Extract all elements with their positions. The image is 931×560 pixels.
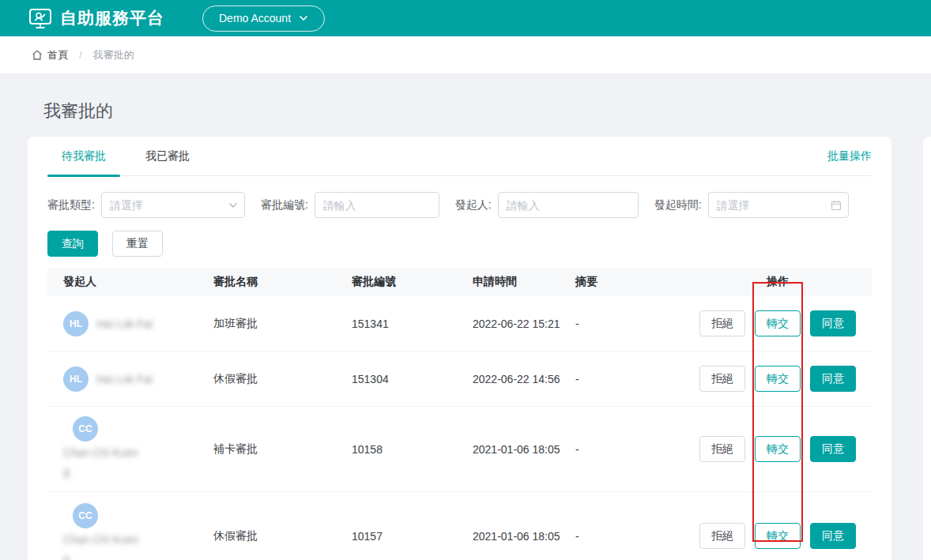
approvals-card: 待我審批 我已審批 批量操作 審批類型: 審批編號: 發起人: 發起時間: bbox=[28, 137, 891, 560]
app-logo-icon bbox=[28, 8, 52, 29]
approval-type-select[interactable] bbox=[101, 192, 245, 218]
tab-done-label: 我已審批 bbox=[145, 149, 190, 163]
avatar: HL bbox=[63, 366, 89, 392]
avatar: CC bbox=[73, 503, 98, 528]
apply-time-cell: 2021-01-06 18:05 bbox=[466, 530, 569, 543]
transfer-button[interactable]: 轉交 bbox=[755, 436, 801, 462]
filter-initiator-label: 發起人: bbox=[455, 198, 492, 212]
filter-row: 審批類型: 審批編號: 發起人: 發起時間: bbox=[47, 192, 872, 218]
initiator-name: Hai Lok Fai bbox=[96, 373, 153, 385]
apply-time-cell: 2022-06-22 14:56 bbox=[466, 373, 569, 385]
apply-time-cell: 2022-06-22 15:21 bbox=[466, 318, 569, 330]
col-header-actions: 操作 bbox=[684, 275, 872, 289]
initiator-field bbox=[498, 192, 639, 218]
approval-no-cell: 151304 bbox=[344, 373, 466, 385]
initiator-name: Chan Chi Kueng bbox=[63, 444, 139, 482]
table-row: CC Chan Chi Kueng 補卡審批 10158 2021-01-06 … bbox=[47, 407, 872, 492]
reject-button[interactable]: 拒絕 bbox=[699, 366, 745, 392]
batch-operation-link[interactable]: 批量操作 bbox=[827, 149, 872, 163]
initiator-input[interactable] bbox=[498, 192, 639, 218]
col-header-summary: 摘要 bbox=[569, 275, 684, 289]
page-title: 我審批的 bbox=[43, 100, 931, 123]
breadcrumb-current: 我審批的 bbox=[93, 48, 134, 62]
row-actions: 拒絕 轉交 同意 bbox=[699, 436, 856, 462]
chevron-down-icon bbox=[299, 15, 308, 21]
approval-name-cell: 加班審批 bbox=[205, 317, 344, 331]
filter-no-label: 審批編號: bbox=[261, 198, 308, 212]
approve-button[interactable]: 同意 bbox=[810, 436, 856, 462]
approval-name-cell: 補卡審批 bbox=[205, 442, 344, 457]
initiator-cell: CC Chan Chi Kueng bbox=[63, 503, 205, 560]
filter-type-label: 審批類型: bbox=[47, 198, 95, 212]
breadcrumb-separator: / bbox=[79, 49, 82, 61]
reject-button[interactable]: 拒絕 bbox=[699, 436, 745, 462]
initiator-name: Hai Lok Fai bbox=[96, 318, 153, 330]
tab-pending-label: 待我審批 bbox=[62, 149, 106, 163]
table-row: HL Hai Lok Fai 休假審批 151304 2022-06-22 14… bbox=[47, 351, 872, 407]
avatar: CC bbox=[73, 416, 98, 442]
account-name: Demo Account bbox=[219, 12, 291, 24]
summary-cell: - bbox=[569, 373, 684, 385]
approve-button[interactable]: 同意 bbox=[810, 310, 856, 336]
approvals-table: 發起人 審批名稱 審批編號 申請時間 摘要 操作 HL Hai Lok Fai … bbox=[47, 268, 872, 560]
initiator-cell: CC Chan Chi Kueng bbox=[63, 416, 205, 482]
tab-bar: 待我審批 我已審批 批量操作 bbox=[47, 137, 872, 176]
reject-button[interactable]: 拒絕 bbox=[699, 523, 745, 549]
start-time-input[interactable] bbox=[708, 192, 849, 218]
reset-button[interactable]: 重置 bbox=[112, 231, 163, 257]
col-header-approval-no: 審批編號 bbox=[344, 275, 466, 289]
table-row: HL Hai Lok Fai 加班審批 151341 2022-06-22 15… bbox=[47, 296, 872, 351]
account-menu-button[interactable]: Demo Account bbox=[202, 6, 325, 32]
initiator-cell: HL Hai Lok Fai bbox=[63, 366, 205, 392]
col-header-apply-time: 申請時間 bbox=[466, 275, 569, 289]
right-panel-sliver bbox=[923, 137, 931, 560]
apply-time-cell: 2021-01-06 18:05 bbox=[466, 443, 569, 456]
app-header: 自助服務平台 Demo Account bbox=[0, 0, 931, 36]
approval-no-cell: 10157 bbox=[344, 530, 466, 543]
approval-no-input[interactable] bbox=[315, 192, 439, 218]
tab-done-approvals[interactable]: 我已審批 bbox=[131, 137, 204, 176]
col-header-approval-name: 審批名稱 bbox=[205, 275, 344, 289]
initiator-name: Chan Chi Kueng bbox=[63, 531, 139, 560]
breadcrumb-home-label: 首頁 bbox=[47, 48, 68, 62]
search-button[interactable]: 查詢 bbox=[47, 231, 98, 257]
transfer-button[interactable]: 轉交 bbox=[755, 310, 801, 336]
row-actions: 拒絕 轉交 同意 bbox=[699, 310, 856, 336]
summary-cell: - bbox=[569, 318, 684, 330]
transfer-button[interactable]: 轉交 bbox=[755, 366, 801, 392]
tab-pending-approvals[interactable]: 待我審批 bbox=[47, 137, 120, 176]
summary-cell: - bbox=[569, 443, 684, 456]
initiator-cell: HL Hai Lok Fai bbox=[63, 311, 205, 336]
table-header-row: 發起人 審批名稱 審批編號 申請時間 摘要 操作 bbox=[47, 268, 872, 296]
approve-button[interactable]: 同意 bbox=[810, 523, 856, 549]
start-time-datepicker[interactable] bbox=[708, 192, 849, 218]
home-icon bbox=[32, 50, 43, 60]
avatar: HL bbox=[63, 311, 89, 336]
approval-name-cell: 休假審批 bbox=[205, 529, 344, 543]
breadcrumb: 首頁 / 我審批的 bbox=[0, 36, 931, 74]
breadcrumb-home-link[interactable]: 首頁 bbox=[32, 48, 68, 62]
approval-no-field bbox=[315, 192, 439, 218]
transfer-button[interactable]: 轉交 bbox=[755, 523, 801, 549]
table-row: CC Chan Chi Kueng 休假審批 10157 2021-01-06 … bbox=[47, 492, 872, 560]
filter-actions: 查詢 重置 bbox=[47, 231, 872, 257]
summary-cell: - bbox=[569, 530, 684, 543]
row-actions: 拒絕 轉交 同意 bbox=[699, 523, 856, 549]
reject-button[interactable]: 拒絕 bbox=[699, 310, 745, 336]
approval-type-select-input[interactable] bbox=[101, 192, 245, 218]
approval-no-cell: 151341 bbox=[344, 318, 466, 330]
app-title: 自助服務平台 bbox=[60, 7, 164, 29]
approval-name-cell: 休假審批 bbox=[205, 372, 344, 386]
filter-time-label: 發起時間: bbox=[654, 198, 702, 212]
row-actions: 拒絕 轉交 同意 bbox=[699, 366, 856, 392]
approve-button[interactable]: 同意 bbox=[810, 366, 856, 392]
approval-no-cell: 10158 bbox=[344, 443, 466, 456]
col-header-initiator: 發起人 bbox=[47, 275, 205, 289]
